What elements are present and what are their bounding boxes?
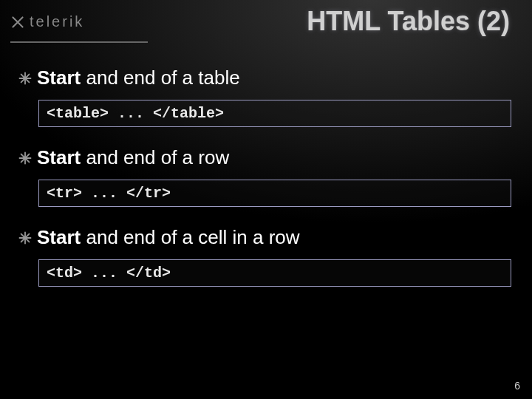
code-block: <tr> ... </tr>: [38, 180, 511, 207]
code-block: <td> ... </td>: [38, 259, 511, 287]
bullet-text: Start and end of a cell in a row: [37, 226, 300, 249]
bullet-bold: Start: [37, 146, 81, 168]
slide-header: telerik HTML Tables (2): [0, 10, 532, 52]
bullet-text: Start and end of a row: [37, 146, 229, 169]
bullet-item: Start and end of a cell in a row: [18, 226, 514, 249]
brand-logo: telerik: [10, 13, 84, 30]
slide-title: HTML Tables (2): [307, 6, 510, 37]
asterisk-icon: [18, 151, 33, 166]
bullet-bold: Start: [37, 66, 81, 89]
bullet-item: Start and end of a table: [18, 66, 514, 89]
code-block: <table> ... </table>: [38, 100, 511, 127]
bullet-rest: and end of a table: [81, 66, 239, 89]
asterisk-icon: [18, 231, 33, 245]
bullet-item: Start and end of a row: [18, 146, 514, 169]
bullet-text: Start and end of a table: [37, 66, 240, 89]
bullet-rest: and end of a cell in a row: [81, 226, 299, 248]
telerik-mark-icon: [10, 16, 25, 29]
asterisk-icon: [18, 71, 33, 86]
brand-name: telerik: [30, 13, 84, 30]
slide-content: Start and end of a table <table> ... </t…: [18, 66, 514, 306]
bullet-bold: Start: [37, 226, 81, 248]
page-number: 6: [514, 380, 520, 392]
header-underline: [10, 41, 148, 43]
slide: telerik HTML Tables (2) Start and end of…: [0, 0, 532, 399]
bullet-rest: and end of a row: [81, 146, 229, 168]
